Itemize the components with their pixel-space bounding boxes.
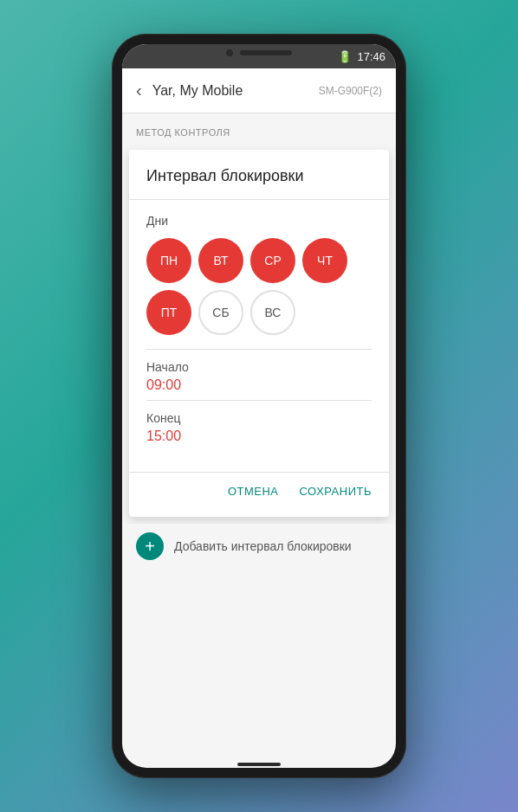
battery-icon: 🔋 xyxy=(338,50,352,63)
start-time-section[interactable]: Начало 09:00 xyxy=(146,349,372,400)
dialog-actions: ОТМЕНА СОХРАНИТЬ xyxy=(129,472,389,517)
camera-dot xyxy=(226,49,233,56)
dialog-title: Интервал блокировки xyxy=(129,150,389,199)
bottom-bar: + Добавить интервал блокировки xyxy=(122,524,396,569)
app-bar: ‹ Yar, My Mobile SM-G900F(2) xyxy=(122,68,396,113)
dialog: Интервал блокировки Дни ПНВТСРЧТПТСБВС Н… xyxy=(129,150,389,517)
section-header: МЕТОД КОНТРОЛЯ xyxy=(122,113,396,146)
app-bar-title: Yar, My Mobile xyxy=(152,83,308,99)
end-label: Конец xyxy=(146,411,372,425)
day-circle-вт[interactable]: ВТ xyxy=(198,238,243,283)
phone-frame: 🔋 17:46 ‹ Yar, My Mobile SM-G900F(2) МЕТ… xyxy=(112,34,406,778)
start-time-value: 09:00 xyxy=(146,377,372,393)
back-button[interactable]: ‹ xyxy=(136,81,142,100)
phone-screen: 🔋 17:46 ‹ Yar, My Mobile SM-G900F(2) МЕТ… xyxy=(122,44,396,768)
day-circle-чт[interactable]: ЧТ xyxy=(302,238,347,283)
day-circle-вс[interactable]: ВС xyxy=(250,290,295,335)
day-circle-ср[interactable]: СР xyxy=(250,238,295,283)
speaker-slot xyxy=(240,50,292,55)
day-circle-пт[interactable]: ПТ xyxy=(146,290,191,335)
save-button[interactable]: СОХРАНИТЬ xyxy=(296,480,375,503)
phone-home-bar xyxy=(237,763,281,766)
add-interval-button[interactable]: + xyxy=(136,532,164,560)
end-time-value: 15:00 xyxy=(146,429,372,444)
section-label: МЕТОД КОНТРОЛЯ xyxy=(136,127,230,138)
cancel-button[interactable]: ОТМЕНА xyxy=(224,480,282,503)
status-time: 17:46 xyxy=(357,50,385,63)
day-circle-сб[interactable]: СБ xyxy=(198,290,243,335)
app-bar-subtitle: SM-G900F(2) xyxy=(319,85,382,97)
days-label: Дни xyxy=(146,214,372,228)
status-bar: 🔋 17:46 xyxy=(122,44,396,68)
day-circle-пн[interactable]: ПН xyxy=(146,238,191,283)
dialog-body: Дни ПНВТСРЧТПТСБВС Начало 09:00 Конец 15… xyxy=(129,200,389,465)
start-label: Начало xyxy=(146,360,372,374)
days-grid: ПНВТСРЧТПТСБВС xyxy=(146,238,372,335)
end-time-section[interactable]: Конец 15:00 xyxy=(146,400,372,451)
add-interval-label: Добавить интервал блокировки xyxy=(174,539,352,553)
